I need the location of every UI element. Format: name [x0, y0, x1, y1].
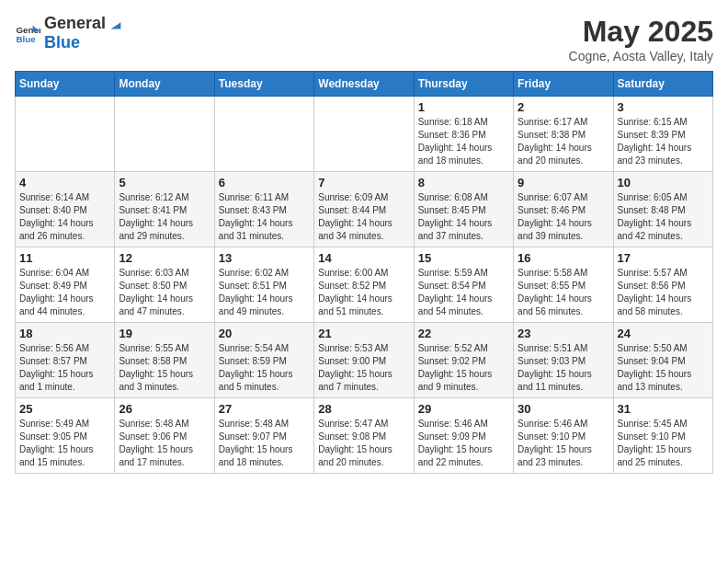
calendar-day-cell: 21Sunrise: 5:53 AM Sunset: 9:00 PM Dayli… [314, 323, 414, 398]
logo: General Blue General Blue [15, 15, 124, 52]
day-info: Sunrise: 6:15 AM Sunset: 8:39 PM Dayligh… [618, 116, 709, 167]
subtitle: Cogne, Aosta Valley, Italy [569, 49, 713, 63]
day-number: 13 [219, 251, 310, 265]
day-number: 23 [518, 327, 609, 340]
day-number: 28 [318, 402, 409, 416]
day-info: Sunrise: 5:49 AM Sunset: 9:05 PM Dayligh… [19, 418, 110, 469]
page-header: General Blue General Blue May 2025 Cogne… [15, 15, 713, 63]
calendar-week-row: 4Sunrise: 6:14 AM Sunset: 8:40 PM Daylig… [16, 172, 713, 247]
day-number: 26 [119, 402, 210, 416]
day-number: 10 [618, 176, 709, 190]
calendar-day-cell: 3Sunrise: 6:15 AM Sunset: 8:39 PM Daylig… [613, 97, 712, 172]
day-info: Sunrise: 6:05 AM Sunset: 8:48 PM Dayligh… [618, 191, 709, 243]
day-number: 20 [219, 327, 310, 340]
calendar-day-cell: 26Sunrise: 5:48 AM Sunset: 9:06 PM Dayli… [115, 398, 214, 474]
calendar-day-cell [214, 97, 313, 172]
day-number: 7 [318, 176, 409, 190]
day-number: 4 [19, 176, 110, 190]
calendar-day-cell: 29Sunrise: 5:46 AM Sunset: 9:09 PM Dayli… [414, 398, 513, 474]
svg-marker-2 [111, 22, 121, 29]
calendar-day-cell: 12Sunrise: 6:03 AM Sunset: 8:50 PM Dayli… [115, 247, 214, 323]
calendar-day-cell: 16Sunrise: 5:58 AM Sunset: 8:55 PM Dayli… [514, 247, 613, 323]
weekday-header-cell: Saturday [613, 72, 712, 97]
calendar-day-cell: 11Sunrise: 6:04 AM Sunset: 8:49 PM Dayli… [16, 247, 115, 323]
calendar-day-cell: 30Sunrise: 5:46 AM Sunset: 9:10 PM Dayli… [514, 398, 613, 474]
day-info: Sunrise: 5:58 AM Sunset: 8:55 PM Dayligh… [518, 267, 609, 318]
day-info: Sunrise: 6:14 AM Sunset: 8:40 PM Dayligh… [19, 191, 110, 243]
calendar-day-cell: 17Sunrise: 5:57 AM Sunset: 8:56 PM Dayli… [613, 247, 712, 323]
calendar-day-cell: 27Sunrise: 5:48 AM Sunset: 9:07 PM Dayli… [214, 398, 313, 474]
day-number: 8 [418, 176, 509, 190]
day-info: Sunrise: 5:55 AM Sunset: 8:58 PM Dayligh… [119, 342, 210, 394]
logo-blue-text: Blue [44, 33, 80, 52]
weekday-header-cell: Sunday [16, 72, 115, 97]
main-title: May 2025 [569, 15, 713, 49]
weekday-header-cell: Tuesday [214, 72, 313, 97]
day-info: Sunrise: 5:52 AM Sunset: 9:02 PM Dayligh… [418, 342, 509, 394]
calendar-day-cell: 9Sunrise: 6:07 AM Sunset: 8:46 PM Daylig… [514, 172, 613, 247]
day-number: 29 [418, 402, 509, 416]
calendar-day-cell: 18Sunrise: 5:56 AM Sunset: 8:57 PM Dayli… [16, 323, 115, 398]
day-info: Sunrise: 6:03 AM Sunset: 8:50 PM Dayligh… [119, 267, 210, 318]
day-info: Sunrise: 6:12 AM Sunset: 8:41 PM Dayligh… [119, 191, 210, 243]
calendar-day-cell: 1Sunrise: 6:18 AM Sunset: 8:36 PM Daylig… [414, 97, 513, 172]
calendar-week-row: 1Sunrise: 6:18 AM Sunset: 8:36 PM Daylig… [16, 97, 713, 172]
day-number: 5 [119, 176, 210, 190]
day-info: Sunrise: 6:04 AM Sunset: 8:49 PM Dayligh… [19, 267, 110, 318]
day-number: 1 [418, 100, 509, 114]
calendar-day-cell: 8Sunrise: 6:08 AM Sunset: 8:45 PM Daylig… [414, 172, 513, 247]
day-number: 12 [119, 251, 210, 265]
day-number: 19 [119, 327, 210, 340]
calendar-table: SundayMondayTuesdayWednesdayThursdayFrid… [15, 71, 713, 474]
day-info: Sunrise: 5:59 AM Sunset: 8:54 PM Dayligh… [418, 267, 509, 318]
calendar-day-cell: 31Sunrise: 5:45 AM Sunset: 9:10 PM Dayli… [613, 398, 712, 474]
weekday-header-cell: Friday [514, 72, 613, 97]
calendar-day-cell: 7Sunrise: 6:09 AM Sunset: 8:44 PM Daylig… [314, 172, 414, 247]
day-number: 15 [418, 251, 509, 265]
day-number: 16 [518, 251, 609, 265]
day-info: Sunrise: 5:47 AM Sunset: 9:08 PM Dayligh… [318, 418, 409, 469]
day-number: 18 [19, 327, 110, 340]
calendar-day-cell: 10Sunrise: 6:05 AM Sunset: 8:48 PM Dayli… [613, 172, 712, 247]
calendar-day-cell: 22Sunrise: 5:52 AM Sunset: 9:02 PM Dayli… [414, 323, 513, 398]
day-info: Sunrise: 5:45 AM Sunset: 9:10 PM Dayligh… [618, 418, 709, 469]
day-info: Sunrise: 6:17 AM Sunset: 8:38 PM Dayligh… [518, 116, 609, 167]
calendar-day-cell [115, 97, 214, 172]
logo-general-text: General [44, 15, 106, 33]
calendar-week-row: 18Sunrise: 5:56 AM Sunset: 8:57 PM Dayli… [16, 323, 713, 398]
day-info: Sunrise: 5:46 AM Sunset: 9:10 PM Dayligh… [518, 418, 609, 469]
day-info: Sunrise: 6:07 AM Sunset: 8:46 PM Dayligh… [518, 191, 609, 243]
day-info: Sunrise: 5:51 AM Sunset: 9:03 PM Dayligh… [518, 342, 609, 394]
day-number: 25 [19, 402, 110, 416]
day-info: Sunrise: 5:46 AM Sunset: 9:09 PM Dayligh… [418, 418, 509, 469]
day-number: 3 [618, 100, 709, 114]
title-area: May 2025 Cogne, Aosta Valley, Italy [569, 15, 713, 63]
day-info: Sunrise: 6:08 AM Sunset: 8:45 PM Dayligh… [418, 191, 509, 243]
day-number: 17 [618, 251, 709, 265]
day-info: Sunrise: 6:00 AM Sunset: 8:52 PM Dayligh… [318, 267, 409, 318]
calendar-day-cell: 5Sunrise: 6:12 AM Sunset: 8:41 PM Daylig… [115, 172, 214, 247]
day-info: Sunrise: 5:48 AM Sunset: 9:07 PM Dayligh… [219, 418, 310, 469]
day-number: 14 [318, 251, 409, 265]
svg-text:Blue: Blue [16, 34, 36, 44]
calendar-day-cell: 6Sunrise: 6:11 AM Sunset: 8:43 PM Daylig… [214, 172, 313, 247]
day-number: 24 [618, 327, 709, 340]
calendar-day-cell: 23Sunrise: 5:51 AM Sunset: 9:03 PM Dayli… [514, 323, 613, 398]
calendar-day-cell: 24Sunrise: 5:50 AM Sunset: 9:04 PM Dayli… [613, 323, 712, 398]
calendar-body: 1Sunrise: 6:18 AM Sunset: 8:36 PM Daylig… [16, 97, 713, 474]
calendar-day-cell: 13Sunrise: 6:02 AM Sunset: 8:51 PM Dayli… [214, 247, 313, 323]
weekday-header-cell: Monday [115, 72, 214, 97]
day-number: 2 [518, 100, 609, 114]
weekday-header-cell: Thursday [414, 72, 513, 97]
day-number: 27 [219, 402, 310, 416]
logo-icon: General Blue [15, 20, 40, 46]
day-info: Sunrise: 5:53 AM Sunset: 9:00 PM Dayligh… [318, 342, 409, 394]
calendar-day-cell [314, 97, 414, 172]
calendar-day-cell: 2Sunrise: 6:17 AM Sunset: 8:38 PM Daylig… [514, 97, 613, 172]
calendar-week-row: 11Sunrise: 6:04 AM Sunset: 8:49 PM Dayli… [16, 247, 713, 323]
day-number: 6 [219, 176, 310, 190]
day-number: 22 [418, 327, 509, 340]
logo-triangle-icon [108, 16, 124, 32]
day-info: Sunrise: 5:57 AM Sunset: 8:56 PM Dayligh… [618, 267, 709, 318]
calendar-day-cell: 19Sunrise: 5:55 AM Sunset: 8:58 PM Dayli… [115, 323, 214, 398]
